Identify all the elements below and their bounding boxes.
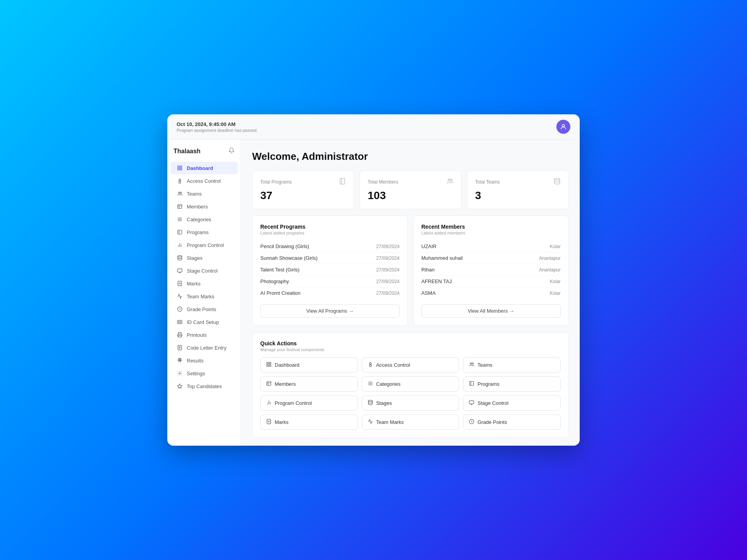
- member-name: AFREEN TAJ: [421, 278, 452, 284]
- brand-name: Thalaash: [174, 148, 200, 155]
- user-avatar[interactable]: [556, 120, 570, 134]
- stat-value: 3: [475, 189, 561, 202]
- member-name: Rihan: [421, 267, 435, 273]
- sidebar-item-label: Stages: [187, 255, 202, 261]
- programs-icon: [177, 229, 183, 235]
- svg-point-40: [448, 179, 450, 181]
- quick-action-qa-categories[interactable]: Categories: [362, 376, 459, 392]
- svg-rect-4: [180, 168, 182, 170]
- member-location: Anantapur: [539, 256, 561, 261]
- bell-icon[interactable]: [228, 147, 235, 155]
- sidebar-item-marks[interactable]: Marks: [170, 277, 238, 290]
- sidebar-item-printouts[interactable]: Printouts: [170, 329, 238, 341]
- stages-icon: [177, 255, 183, 261]
- svg-point-49: [470, 363, 472, 364]
- list-item: Muhammed suhailAnantapur: [421, 252, 561, 264]
- list-item: RihanAnantapur: [421, 264, 561, 276]
- qa-label: Categories: [376, 381, 401, 387]
- quick-action-qa-programs[interactable]: Programs: [463, 376, 561, 392]
- sidebar-item-results[interactable]: Results: [170, 354, 238, 367]
- dashboard-icon: [177, 165, 183, 171]
- quick-action-qa-stage-control[interactable]: Stage Control: [463, 396, 561, 411]
- svg-rect-46: [269, 365, 271, 366]
- svg-rect-15: [178, 230, 182, 234]
- svg-point-37: [179, 373, 181, 374]
- qa-label: Programs: [477, 381, 499, 387]
- svg-point-61: [368, 400, 372, 402]
- sidebar-item-team-marks[interactable]: Team Marks: [170, 290, 238, 303]
- list-item: Talent Test (Girls)27/09/2024: [260, 264, 400, 276]
- recent-members-title: Recent Members: [421, 224, 561, 230]
- program-name: Talent Test (Girls): [260, 267, 300, 273]
- program-date: 27/09/2024: [376, 290, 400, 296]
- sidebar-item-label: Top Candidates: [187, 383, 222, 389]
- quick-action-qa-members[interactable]: Members: [260, 376, 358, 392]
- quick-action-qa-marks[interactable]: Marks: [260, 415, 358, 430]
- svg-rect-1: [178, 166, 179, 168]
- sidebar-item-access-control[interactable]: Access Control: [170, 175, 238, 187]
- svg-rect-48: [369, 365, 371, 367]
- quick-action-qa-stages[interactable]: Stages: [362, 396, 459, 411]
- quick-action-qa-teams[interactable]: Teams: [463, 357, 561, 373]
- sidebar-item-programs[interactable]: Programs: [170, 226, 238, 238]
- quick-action-qa-program-control[interactable]: Program Control: [260, 396, 358, 411]
- svg-point-0: [562, 124, 565, 127]
- top-candidates-icon: [177, 383, 183, 389]
- qa-team-marks-icon: [368, 419, 373, 425]
- sidebar-item-label: Programs: [187, 229, 209, 235]
- svg-rect-6: [179, 181, 181, 183]
- quick-action-qa-grade-points[interactable]: Grade Points: [463, 415, 561, 430]
- sidebar-item-dashboard[interactable]: Dashboard: [170, 162, 238, 174]
- member-name: Muhammed suhail: [421, 255, 463, 261]
- sidebar-item-settings[interactable]: Settings: [170, 367, 238, 380]
- sidebar-item-label: Members: [187, 204, 208, 210]
- quick-action-qa-team-marks[interactable]: Team Marks: [362, 415, 459, 430]
- list-item: AI Promt Creation27/09/2024: [260, 287, 400, 299]
- svg-point-47: [369, 362, 371, 364]
- stat-label: Total Members: [368, 179, 398, 185]
- program-name: Pencil Drawing (Girls): [260, 243, 309, 249]
- sidebar-item-stages[interactable]: Stages: [170, 252, 238, 264]
- sidebar-item-label: Team Marks: [187, 294, 214, 299]
- members-icon: [177, 203, 183, 210]
- svg-rect-3: [178, 168, 179, 170]
- sidebar-item-members[interactable]: Members: [170, 200, 238, 213]
- quick-action-qa-access-control[interactable]: Access Control: [362, 357, 459, 373]
- sidebar-item-categories[interactable]: Categories: [170, 213, 238, 226]
- sidebar-item-id-card-setup[interactable]: ID Card Setup: [170, 316, 238, 328]
- list-item: AFREEN TAJKolar: [421, 276, 561, 287]
- list-item: ASMAKolar: [421, 287, 561, 299]
- program-date: 27/09/2024: [376, 279, 400, 284]
- qa-label: Program Control: [275, 400, 312, 406]
- svg-point-42: [554, 178, 560, 180]
- qa-label: Team Marks: [376, 419, 404, 425]
- sidebar-item-top-candidates[interactable]: Top Candidates: [170, 380, 238, 392]
- program-date: 27/09/2024: [376, 267, 400, 273]
- sidebar-item-grade-points[interactable]: Grade Points: [170, 303, 238, 315]
- qa-members-icon: [266, 381, 272, 387]
- sidebar-item-stage-control[interactable]: Stage Control: [170, 264, 238, 277]
- sidebar-nav: DashboardAccess ControlTeamsMembersCateg…: [167, 162, 241, 392]
- svg-point-7: [179, 192, 180, 194]
- qa-teams-icon: [469, 362, 474, 368]
- sidebar-item-teams[interactable]: Teams: [170, 187, 238, 200]
- sidebar-item-code-letter-entry[interactable]: Code Letter Entry: [170, 341, 238, 354]
- sidebar-item-program-control[interactable]: Program Control: [170, 239, 238, 251]
- svg-rect-45: [267, 365, 268, 366]
- program-name: Photography: [260, 278, 289, 284]
- qa-label: Access Control: [376, 362, 410, 368]
- sidebar-item-label: Teams: [187, 191, 202, 197]
- stat-icon: [554, 178, 561, 186]
- sidebar-item-label: Settings: [187, 371, 205, 376]
- view-all-programs-button[interactable]: View All Programs →: [260, 304, 400, 318]
- marks-icon: [177, 280, 183, 287]
- quick-actions-title: Quick Actions: [260, 340, 561, 346]
- stat-label: Total Teams: [475, 179, 500, 185]
- svg-point-28: [179, 322, 179, 322]
- sidebar-item-label: Program Control: [187, 242, 224, 248]
- qa-label: Stages: [376, 400, 392, 406]
- quick-action-qa-dashboard[interactable]: Dashboard: [260, 357, 358, 373]
- qa-label: Members: [275, 381, 296, 387]
- sidebar-item-label: Stage Control: [187, 268, 218, 274]
- view-all-members-button[interactable]: View All Members →: [421, 304, 561, 318]
